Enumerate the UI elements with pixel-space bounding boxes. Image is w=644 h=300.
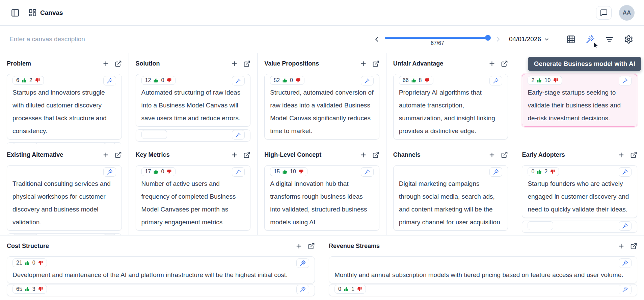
votes-badge[interactable] <box>12 234 38 235</box>
next-card-fragment[interactable] <box>522 221 637 233</box>
sidebar-toggle-icon <box>11 8 20 17</box>
card-ai-button[interactable] <box>619 76 632 85</box>
votes-badge[interactable]: 66 8 <box>399 76 433 85</box>
add-item-button[interactable] <box>102 151 109 158</box>
open-section-button[interactable] <box>308 243 315 250</box>
thumbs-down-icon <box>553 78 558 83</box>
votes-badge[interactable]: 0 2 <box>528 167 559 176</box>
next-card-fragment[interactable]: 65 3 <box>7 284 315 296</box>
section-cost-structure: Cost Structure 21 0 Development and m <box>0 235 322 300</box>
votes-badge[interactable]: 2 10 <box>528 76 562 85</box>
card-ai-button[interactable] <box>103 143 116 144</box>
add-item-button[interactable] <box>488 151 495 158</box>
grid-view-button[interactable] <box>565 33 577 45</box>
card-ai-button[interactable] <box>619 167 632 177</box>
card-ai-button[interactable] <box>619 285 632 294</box>
idea-card[interactable]: Digital marketing campaigns through soci… <box>393 165 508 231</box>
votes-badge[interactable] <box>12 143 38 144</box>
card-ai-button[interactable] <box>361 167 374 177</box>
external-link-icon <box>372 60 379 67</box>
votes-badge[interactable]: 21 0 <box>12 258 47 267</box>
votes-badge[interactable] <box>528 221 553 230</box>
card-ai-button[interactable] <box>296 285 309 294</box>
add-item-button[interactable] <box>618 151 625 158</box>
upvote-count: 15 <box>274 169 280 175</box>
idea-card[interactable]: Monthly and annual subscription models w… <box>329 256 637 283</box>
card-ai-button[interactable] <box>489 76 502 85</box>
card-ai-button[interactable] <box>619 221 632 231</box>
idea-card[interactable]: 17 0 Number of active users and frequenc… <box>136 165 251 231</box>
date-selector[interactable]: 04/01/2026 <box>509 35 549 43</box>
card-ai-button[interactable] <box>619 258 632 268</box>
card-text: Startups and innovators struggle with di… <box>12 86 116 138</box>
add-item-button[interactable] <box>231 151 238 158</box>
slider-track[interactable] <box>385 37 490 39</box>
card-ai-button[interactable] <box>232 76 245 85</box>
votes-badge[interactable]: 52 0 <box>270 76 304 85</box>
add-item-button[interactable] <box>102 60 109 67</box>
add-item-button[interactable] <box>360 60 367 67</box>
idea-card[interactable]: 0 2 Startup founders who are actively en… <box>522 165 637 218</box>
add-item-button[interactable] <box>360 151 367 158</box>
votes-badge[interactable]: 6 2 <box>12 76 44 85</box>
votes-badge[interactable]: 15 10 <box>270 167 307 176</box>
wand-icon <box>235 169 241 175</box>
open-section-button[interactable] <box>372 151 379 158</box>
history-prev-button[interactable] <box>372 34 381 44</box>
idea-card[interactable]: 52 0 Structured, automated conversion of… <box>264 74 379 140</box>
idea-card[interactable]: 12 0 Automated structuring of raw ideas … <box>136 74 251 127</box>
next-card-fragment[interactable] <box>136 129 251 142</box>
idea-card[interactable]: 21 0 Development and maintenance of the … <box>7 256 315 283</box>
votes-badge[interactable] <box>141 130 167 139</box>
canvas-description-input[interactable] <box>9 35 198 43</box>
external-link-icon <box>243 60 250 67</box>
votes-badge[interactable]: 17 0 <box>141 167 176 176</box>
settings-button[interactable] <box>623 33 635 45</box>
open-section-button[interactable] <box>115 60 122 67</box>
add-item-button[interactable] <box>618 243 625 250</box>
card-ai-button[interactable] <box>232 130 245 140</box>
open-section-button[interactable] <box>501 60 508 67</box>
card-ai-button[interactable] <box>489 167 502 177</box>
open-section-button[interactable] <box>372 60 379 67</box>
next-card-fragment[interactable] <box>7 233 122 235</box>
open-section-button[interactable] <box>115 151 122 158</box>
comments-button[interactable] <box>596 6 612 20</box>
add-item-button[interactable] <box>231 60 238 67</box>
downvote-count: 0 <box>161 77 164 83</box>
card-ai-button[interactable] <box>361 76 374 85</box>
wand-icon <box>622 78 628 84</box>
votes-badge[interactable]: 12 0 <box>141 76 176 85</box>
next-card-fragment[interactable]: 0 1 <box>329 284 637 296</box>
votes-badge[interactable]: 65 3 <box>12 285 47 294</box>
idea-card[interactable]: 2 10 Early-stage startups seeking to val… <box>522 74 637 127</box>
open-section-button[interactable] <box>501 151 508 158</box>
sidebar-toggle-button[interactable] <box>9 7 21 19</box>
card-ai-button[interactable] <box>232 167 245 177</box>
open-section-button[interactable] <box>243 151 250 158</box>
generate-ai-button[interactable] <box>584 33 596 45</box>
add-item-button[interactable] <box>295 243 302 250</box>
add-item-button[interactable] <box>488 60 495 67</box>
idea-card[interactable]: Traditional consulting services and phys… <box>7 165 122 231</box>
filter-button[interactable] <box>603 33 615 45</box>
idea-card[interactable]: 15 10 A digital innovation hub that tran… <box>264 165 379 231</box>
card-ai-button[interactable] <box>103 167 116 177</box>
open-section-button[interactable] <box>630 243 637 250</box>
card-ai-button[interactable] <box>103 76 116 85</box>
card-ai-button[interactable] <box>103 234 116 235</box>
external-link-icon <box>630 243 637 250</box>
open-section-button[interactable] <box>630 151 637 158</box>
history-next-button[interactable] <box>493 34 503 44</box>
idea-card[interactable]: 6 2 Startups and innovators struggle wit… <box>7 74 122 140</box>
slider-knob[interactable] <box>485 35 491 41</box>
votes-badge[interactable]: 0 1 <box>334 285 366 294</box>
idea-card[interactable]: 66 8 Proprietary AI algorithms that auto… <box>393 74 508 140</box>
card-ai-button[interactable] <box>296 258 309 268</box>
section-title: Problem <box>7 60 31 67</box>
next-card-fragment[interactable] <box>7 142 122 144</box>
open-section-button[interactable] <box>243 60 250 67</box>
downvote-count: 10 <box>290 169 296 175</box>
user-avatar[interactable]: AA <box>619 5 635 21</box>
history-slider[interactable]: 67/67 <box>385 32 490 46</box>
